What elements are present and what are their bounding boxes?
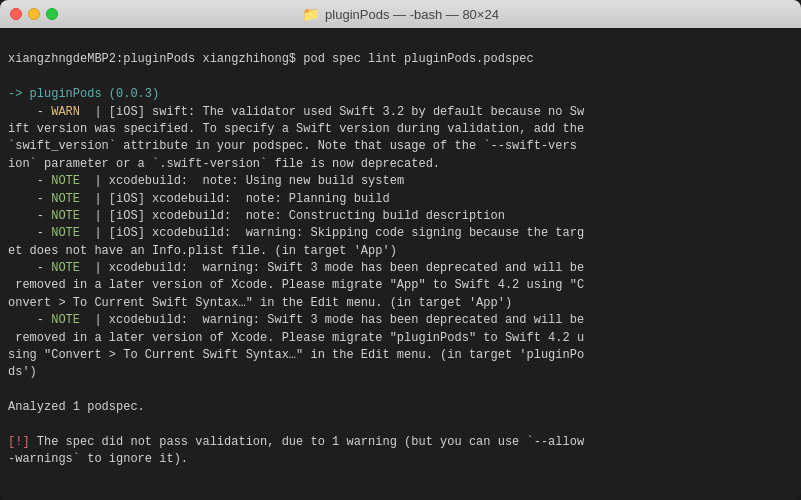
traffic-lights — [10, 8, 58, 20]
note-line-3: - NOTE | [iOS] xcodebuild: note: Constru… — [8, 209, 505, 223]
folder-icon: 📁 — [302, 6, 319, 22]
pod-version-line: -> pluginPods (0.0.3) — [8, 87, 159, 101]
note-line-4: - NOTE | [iOS] xcodebuild: warning: Skip… — [8, 226, 584, 257]
terminal-body[interactable]: xiangzhngdeMBP2:pluginPods xiangzhihong$… — [0, 28, 801, 500]
blank-1 — [8, 70, 15, 84]
note-line-1: - NOTE | xcodebuild: note: Using new bui… — [8, 174, 404, 188]
error-final-line: [!] The spec did not pass validation, du… — [8, 435, 584, 466]
analyzed-line: Analyzed 1 podspec. — [8, 400, 145, 414]
warn-line: - WARN | [iOS] swift: The validator used… — [8, 105, 584, 171]
window-title: 📁 pluginPods — -bash — 80×24 — [302, 6, 499, 22]
terminal-window: 📁 pluginPods — -bash — 80×24 xiangzhngde… — [0, 0, 801, 500]
minimize-button[interactable] — [28, 8, 40, 20]
title-text: pluginPods — -bash — 80×24 — [325, 7, 499, 22]
note-line-2: - NOTE | [iOS] xcodebuild: note: Plannin… — [8, 192, 390, 206]
close-button[interactable] — [10, 8, 22, 20]
titlebar: 📁 pluginPods — -bash — 80×24 — [0, 0, 801, 28]
prompt-line: xiangzhngdeMBP2:pluginPods xiangzhihong$… — [8, 52, 534, 66]
note-line-6: - NOTE | xcodebuild: warning: Swift 3 mo… — [8, 313, 584, 379]
note-line-5: - NOTE | xcodebuild: warning: Swift 3 mo… — [8, 261, 584, 310]
blank-2 — [8, 383, 15, 397]
blank-3 — [8, 418, 15, 432]
maximize-button[interactable] — [46, 8, 58, 20]
